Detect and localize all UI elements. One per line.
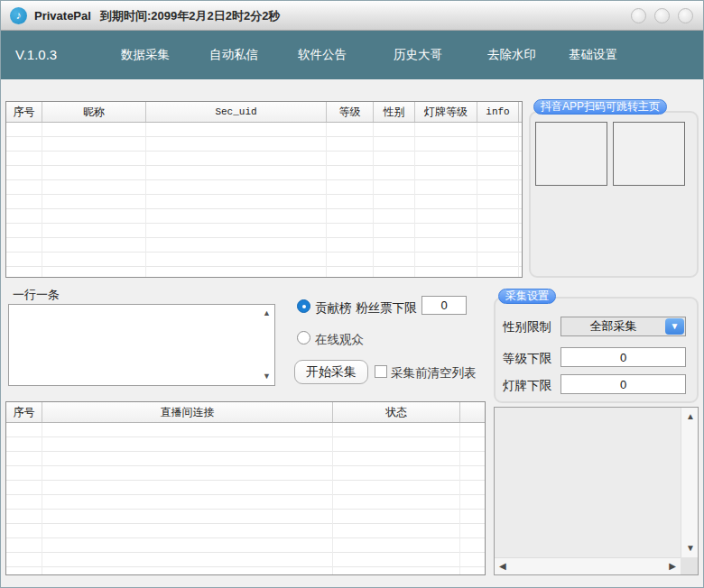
clear-before-collect-label[interactable]: 采集前清空列表: [391, 365, 477, 381]
one-per-line-label: 一行一条: [13, 287, 60, 303]
user-table[interactable]: 序号 昵称 Sec_uid 等级 性别 灯牌等级 info: [5, 101, 523, 278]
grid-line: [42, 423, 333, 574]
room-table[interactable]: 序号 直播间连接 状态: [5, 401, 486, 575]
grid-line: [477, 123, 519, 277]
col-info[interactable]: info: [477, 102, 519, 122]
col-gender[interactable]: 性别: [374, 102, 415, 122]
radio-contribution-rank-label[interactable]: 贡献榜: [315, 300, 352, 317]
col-sec-uid[interactable]: Sec_uid: [146, 102, 327, 122]
radio-online-viewers-label[interactable]: 在线观众: [315, 332, 364, 348]
col-nickname[interactable]: 昵称: [42, 102, 146, 122]
scroll-left-icon[interactable]: ◀: [499, 562, 506, 571]
col-index[interactable]: 序号: [6, 402, 42, 422]
grid-line: [374, 123, 415, 277]
fan-ticket-min-input[interactable]: [421, 296, 467, 315]
scroll-right-icon[interactable]: ▶: [669, 562, 676, 571]
col-badge-level[interactable]: 灯牌等级: [415, 102, 477, 122]
nav-item-auto-message[interactable]: 自动私信: [209, 31, 258, 79]
qr-code-box-1: [535, 122, 607, 186]
room-links-textarea[interactable]: ▲ ▼: [8, 304, 275, 386]
col-spacer: [519, 102, 522, 122]
level-min-input[interactable]: [560, 347, 686, 367]
start-collect-button[interactable]: 开始采集: [294, 360, 368, 384]
collect-settings-tag: 采集设置: [498, 289, 556, 304]
badge-min-label: 灯牌下限: [503, 378, 551, 394]
version-label: V.1.0.3: [15, 31, 57, 79]
clear-before-collect-checkbox[interactable]: [375, 365, 387, 378]
chevron-down-icon[interactable]: ▼: [665, 318, 684, 335]
qr-panel-tag: 抖音APP扫码可跳转主页: [533, 99, 667, 115]
grid-line: [327, 123, 374, 277]
maximize-button[interactable]: [654, 8, 670, 23]
badge-min-input[interactable]: [560, 374, 686, 394]
grid-line: [6, 423, 42, 574]
scroll-up-icon[interactable]: ▲: [686, 412, 695, 421]
gender-limit-label: 性别限制: [503, 319, 551, 335]
col-status[interactable]: 状态: [333, 402, 460, 422]
nav-bar: V.1.0.3 数据采集 自动私信 软件公告 历史大哥 去除水印 基础设置: [1, 31, 704, 79]
nav-item-basic-settings[interactable]: 基础设置: [569, 31, 617, 79]
grid-line: [415, 123, 477, 277]
room-table-body[interactable]: [6, 423, 485, 574]
radio-online-viewers[interactable]: [297, 331, 310, 345]
scroll-down-icon[interactable]: ▼: [263, 372, 271, 381]
scroll-down-icon[interactable]: ▼: [686, 544, 695, 553]
grid-line: [42, 123, 146, 277]
qr-code-box-2: [613, 122, 685, 186]
app-window: ♪ PrivatePal 到期时间:2099年2月2日2时2分2秒 V.1.0.…: [0, 0, 704, 588]
log-listbox[interactable]: ▲ ▼ ◀ ▶: [494, 407, 699, 575]
col-spacer: [460, 402, 485, 422]
radio-contribution-rank[interactable]: [297, 299, 310, 313]
col-index[interactable]: 序号: [6, 102, 42, 122]
minimize-button[interactable]: [631, 8, 646, 23]
horizontal-scrollbar[interactable]: ◀ ▶: [495, 557, 681, 574]
user-table-body[interactable]: [6, 123, 522, 277]
gender-limit-value: 全部采集: [561, 317, 665, 335]
user-table-header: 序号 昵称 Sec_uid 等级 性别 灯牌等级 info: [6, 102, 522, 123]
grid-line: [146, 123, 327, 277]
scroll-up-icon[interactable]: ▲: [263, 309, 271, 317]
fan-ticket-min-label: 粉丝票下限: [356, 300, 417, 317]
grid-line: [333, 423, 460, 574]
gender-limit-select[interactable]: 全部采集 ▼: [560, 317, 686, 336]
col-level[interactable]: 等级: [327, 102, 374, 122]
nav-item-remove-watermark[interactable]: 去除水印: [487, 31, 536, 79]
close-button[interactable]: [678, 8, 693, 23]
grid-line: [460, 423, 485, 574]
vertical-scrollbar[interactable]: ▲ ▼: [681, 408, 698, 557]
col-room-link[interactable]: 直播间连接: [42, 402, 333, 422]
grid-line: [6, 123, 42, 277]
room-table-header: 序号 直播间连接 状态: [6, 402, 485, 423]
scrollbar-corner: [681, 557, 698, 574]
level-min-label: 等级下限: [503, 351, 551, 367]
nav-item-announcement[interactable]: 软件公告: [298, 31, 347, 79]
expiry-time-text: 到期时间:2099年2月2日2时2分2秒: [100, 1, 280, 31]
title-bar: ♪ PrivatePal 到期时间:2099年2月2日2时2分2秒: [1, 1, 704, 31]
grid-line: [519, 123, 522, 277]
nav-item-history-vip[interactable]: 历史大哥: [394, 31, 442, 79]
nav-item-data-collect[interactable]: 数据采集: [121, 31, 170, 79]
app-logo-music-note-icon: ♪: [10, 7, 27, 24]
app-title: PrivatePal: [34, 1, 91, 31]
